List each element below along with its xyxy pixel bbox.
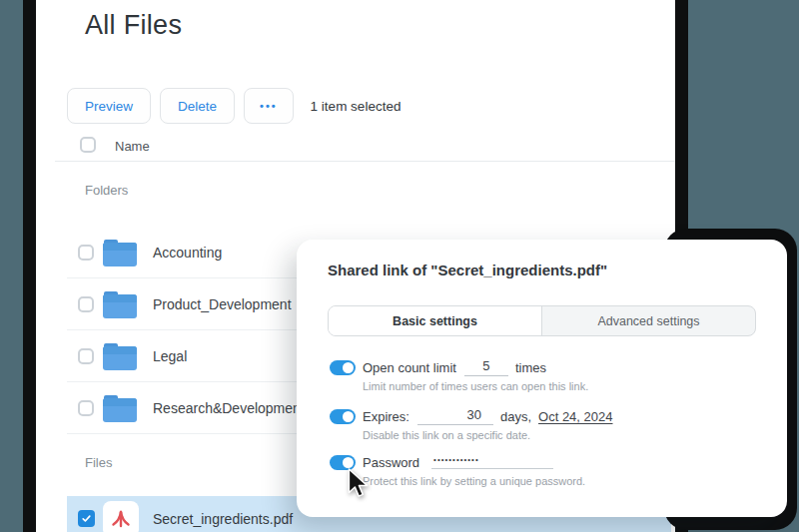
tab-basic-settings[interactable]: Basic settings (329, 306, 542, 335)
pdf-file-icon (103, 501, 139, 532)
folder-icon (103, 394, 137, 422)
folder-icon (103, 239, 137, 266)
folder-icon (103, 290, 137, 318)
setting-open-count-limit: Open count limit 5 times Limit number of… (330, 359, 767, 392)
folder-name: Research&Development (153, 400, 305, 416)
file-name: Secret_ingredients.pdf (153, 511, 293, 527)
open-count-input[interactable]: 5 (464, 358, 508, 376)
more-actions-button[interactable]: ••• (244, 88, 294, 124)
folder-name: Product_Development (153, 296, 292, 312)
folder-name: Accounting (153, 245, 222, 261)
folder-name: Legal (153, 348, 187, 364)
row-checkbox[interactable] (78, 296, 94, 312)
files-section-label: Files (85, 455, 112, 470)
page-title: All Files (85, 10, 182, 41)
row-checkbox[interactable] (78, 348, 94, 364)
expires-days-input[interactable]: 30 (417, 407, 493, 425)
desktop-background: All Files Preview Delete ••• 1 item sele… (0, 0, 799, 532)
folder-icon (103, 342, 137, 370)
row-checkbox[interactable] (78, 400, 94, 416)
setting-password: Password •••••••••••• Protect this link … (330, 454, 767, 487)
setting-description: Limit number of times users can open thi… (363, 380, 767, 392)
preview-button[interactable]: Preview (67, 88, 151, 124)
setting-label: Open count limit (363, 360, 456, 375)
setting-description: Protect this link by setting a unique pa… (363, 475, 767, 487)
setting-expires: Expires: 30 days, Oct 24, 2024 Disable t… (330, 408, 767, 441)
row-checkbox[interactable] (78, 245, 94, 261)
expires-toggle[interactable] (330, 409, 356, 424)
modal-title: Shared link of "Secret_ingredients.pdf" (328, 262, 607, 278)
mouse-cursor (346, 468, 372, 500)
delete-button[interactable]: Delete (160, 88, 235, 124)
checkmark-icon (81, 513, 92, 524)
folders-section-label: Folders (85, 183, 128, 198)
setting-suffix: times (515, 360, 546, 375)
name-column-header[interactable]: Name (115, 139, 150, 154)
row-checkbox-checked[interactable] (78, 510, 95, 527)
settings-tabs: Basic settings Advanced settings (328, 305, 756, 336)
setting-label: Expires: (363, 409, 409, 424)
toolbar: Preview Delete ••• 1 item selected (67, 88, 400, 124)
setting-description: Disable this link on a specific date. (363, 429, 767, 441)
select-all-checkbox[interactable] (80, 137, 96, 153)
open-count-toggle[interactable] (330, 360, 356, 375)
expiry-date-link[interactable]: Oct 24, 2024 (538, 409, 612, 424)
tab-advanced-settings[interactable]: Advanced settings (542, 306, 755, 335)
ellipsis-icon: ••• (260, 100, 278, 112)
header-divider (55, 161, 675, 162)
password-input[interactable]: •••••••••••• (431, 455, 553, 469)
selection-status: 1 item selected (311, 99, 401, 114)
setting-suffix: days, (500, 409, 531, 424)
